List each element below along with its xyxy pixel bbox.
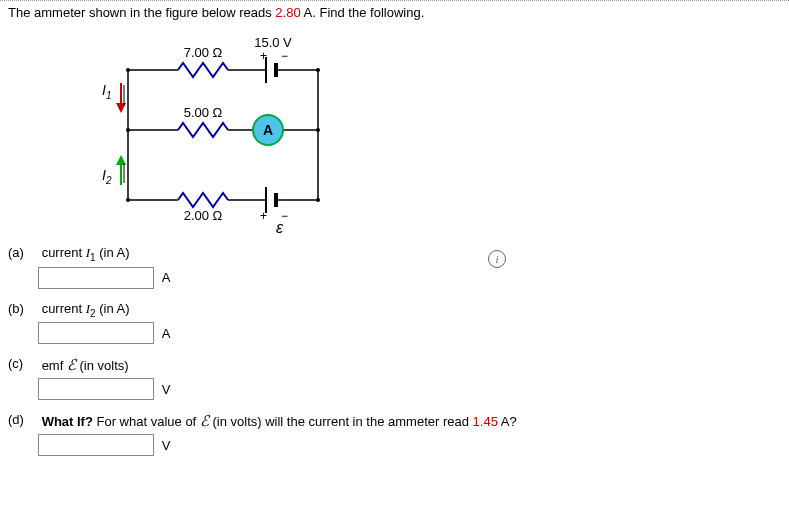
- part-b-unit: A: [162, 326, 171, 341]
- problem-text-before: The ammeter shown in the figure below re…: [8, 5, 275, 20]
- part-c: (c) emf ℰ (in volts) V: [8, 356, 781, 400]
- part-a-prefix: current: [42, 245, 86, 260]
- part-c-label: (c): [8, 356, 38, 371]
- svg-point-5: [316, 198, 320, 202]
- part-b: (b) current I2 (in A) A: [8, 301, 781, 345]
- svg-point-0: [126, 68, 130, 72]
- part-b-suffix: (in A): [96, 301, 130, 316]
- part-c-suffix: (in volts): [76, 358, 129, 373]
- part-d-unit: V: [162, 438, 171, 453]
- part-a: (a) current I1 (in A) A: [8, 245, 781, 289]
- part-d-suffix: A?: [498, 414, 517, 429]
- part-d-label: (d): [8, 412, 38, 427]
- part-a-suffix: (in A): [96, 245, 130, 260]
- plus-bot: +: [260, 209, 267, 223]
- part-c-text: emf ℰ (in volts): [42, 358, 129, 373]
- circuit-figure: 7.00 Ω 15.0 V + − 5.00 Ω A 2.00 Ω: [88, 35, 348, 225]
- part-d-var: ℰ: [200, 413, 209, 429]
- info-icon[interactable]: i: [488, 250, 506, 268]
- minus-top: −: [281, 49, 288, 63]
- i1-label: I1: [102, 82, 111, 101]
- part-b-text: current I2 (in A): [42, 301, 130, 316]
- part-a-input[interactable]: [38, 267, 154, 289]
- svg-point-3: [316, 68, 320, 72]
- part-c-unit: V: [162, 382, 171, 397]
- problem-statement: The ammeter shown in the figure below re…: [8, 5, 781, 20]
- ammeter-label: A: [263, 122, 273, 138]
- part-d-mid1: For what value of: [93, 414, 200, 429]
- part-b-prefix: current: [42, 301, 86, 316]
- part-d: (d) What If? For what value of ℰ (in vol…: [8, 412, 781, 456]
- svg-point-4: [316, 128, 320, 132]
- problem-text-after: A. Find the following.: [301, 5, 425, 20]
- part-d-reading: 1.45: [473, 414, 498, 429]
- part-c-prefix: emf: [42, 358, 67, 373]
- plus-top: +: [260, 49, 267, 63]
- r-mid-label: 5.00 Ω: [184, 105, 223, 120]
- emf-symbol: ε: [276, 219, 284, 235]
- r-top-label: 7.00 Ω: [184, 45, 223, 60]
- part-c-var: ℰ: [67, 357, 76, 373]
- part-d-whatif: What If?: [42, 414, 93, 429]
- part-d-input[interactable]: [38, 434, 154, 456]
- part-a-label: (a): [8, 245, 38, 260]
- v-top-label: 15.0 V: [254, 35, 292, 50]
- svg-point-2: [126, 198, 130, 202]
- problem-content: The ammeter shown in the figure below re…: [0, 1, 789, 472]
- part-b-input[interactable]: [38, 322, 154, 344]
- svg-point-1: [126, 128, 130, 132]
- part-c-input[interactable]: [38, 378, 154, 400]
- part-b-label: (b): [8, 301, 38, 316]
- circuit-svg: 7.00 Ω 15.0 V + − 5.00 Ω A 2.00 Ω: [88, 35, 348, 235]
- i2-label: I2: [102, 167, 112, 186]
- r-bot-label: 2.00 Ω: [184, 208, 223, 223]
- part-d-text: What If? For what value of ℰ (in volts) …: [42, 414, 517, 429]
- ammeter-reading-value: 2.80: [275, 5, 300, 20]
- part-a-text: current I1 (in A): [42, 245, 130, 260]
- part-d-mid2: (in volts) will the current in the ammet…: [209, 414, 473, 429]
- part-a-unit: A: [162, 270, 171, 285]
